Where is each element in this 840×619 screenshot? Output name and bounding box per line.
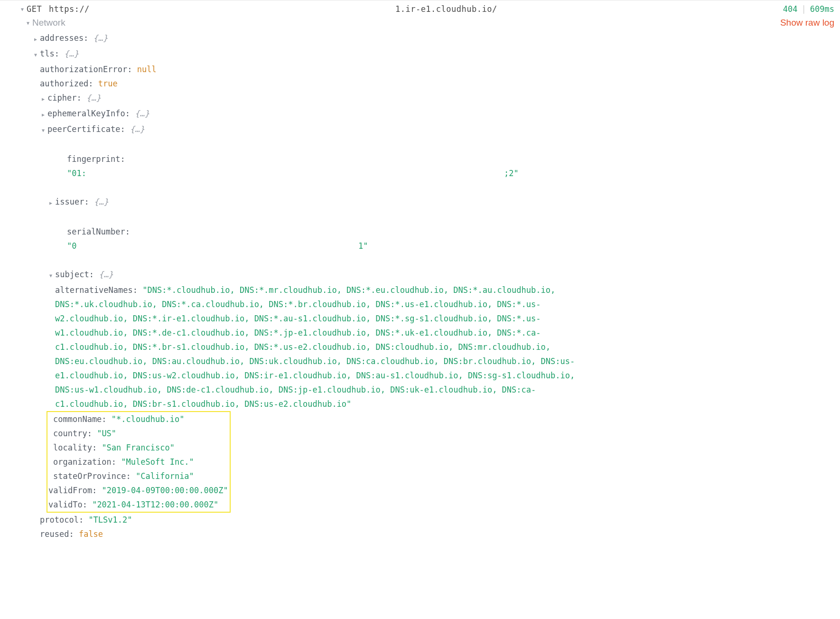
key: authorizationError: bbox=[40, 65, 132, 74]
value: "TLSv1.2" bbox=[88, 515, 132, 525]
key: subject: bbox=[55, 270, 94, 279]
value: "San Francisco" bbox=[102, 443, 175, 452]
placeholder: {…} bbox=[135, 109, 149, 118]
chevron-down-icon[interactable] bbox=[32, 47, 39, 62]
http-method: GET bbox=[27, 4, 42, 14]
value: "DNS:*.cloudhub.io, DNS:*.mr.cloudhub.io… bbox=[55, 285, 575, 409]
key: locality: bbox=[53, 443, 97, 452]
authorizationError-row: authorizationError: null bbox=[0, 62, 834, 76]
show-raw-log-link[interactable]: Show raw log bbox=[780, 18, 834, 28]
network-tree: addresses: {…} tls: {…} authorizationErr… bbox=[0, 31, 840, 546]
cipher-row[interactable]: cipher: {…} bbox=[0, 91, 834, 106]
authorized-row: authorized: true bbox=[0, 76, 834, 91]
expand-network-icon[interactable] bbox=[25, 19, 31, 26]
key: organization: bbox=[53, 457, 116, 467]
request-url: GET https:// 1.ir-e1.cloudhub.io/ bbox=[27, 4, 783, 14]
chevron-right-icon[interactable] bbox=[40, 92, 47, 106]
issuer-row[interactable]: issuer: {…} bbox=[0, 195, 834, 210]
key: protocol: bbox=[40, 515, 84, 525]
tls-row[interactable]: tls: {…} bbox=[0, 47, 834, 62]
placeholder: {…} bbox=[94, 197, 109, 206]
status-divider: | bbox=[802, 4, 806, 14]
key: validTo: bbox=[48, 500, 87, 509]
fingerprint-row: fingerprint: "01: ;2" bbox=[0, 138, 834, 195]
placeholder: {…} bbox=[130, 124, 145, 134]
value: "2021-04-13T12:00:00.000Z" bbox=[92, 500, 218, 509]
response-time: 609ms bbox=[810, 4, 834, 14]
chevron-right-icon[interactable] bbox=[47, 196, 54, 210]
value-b: ;2" bbox=[86, 169, 519, 178]
value: "2019-04-09T00:00:00.000Z" bbox=[102, 486, 228, 495]
reused-row: reused: false bbox=[0, 527, 834, 541]
expand-request-icon[interactable] bbox=[19, 6, 26, 12]
key: tls: bbox=[40, 49, 59, 58]
status-group: 404 | 609ms bbox=[783, 4, 834, 14]
url-host-path: 1.ir-e1.cloudhub.io/ bbox=[90, 4, 497, 14]
stateOrProvince-row: stateOrProvince: "California" bbox=[47, 469, 230, 483]
addresses-row[interactable]: addresses: {…} bbox=[0, 31, 834, 47]
organization-row: organization: "MuleSoft Inc." bbox=[47, 455, 230, 469]
key: alternativeNames: bbox=[55, 285, 138, 295]
locality-row: locality: "San Francisco" bbox=[47, 441, 230, 455]
value: "MuleSoft Inc." bbox=[121, 457, 194, 467]
value: false bbox=[79, 529, 103, 539]
placeholder: {…} bbox=[93, 33, 108, 43]
key: fingerprint: bbox=[67, 154, 125, 164]
peerCertificate-row[interactable]: peerCertificate: {…} bbox=[0, 122, 834, 138]
key: country: bbox=[53, 429, 92, 438]
placeholder: {…} bbox=[86, 93, 101, 103]
placeholder: {…} bbox=[99, 270, 113, 279]
value-a: "0 bbox=[67, 241, 76, 251]
network-section-label[interactable]: Network bbox=[32, 18, 65, 28]
key: serialNumber: bbox=[67, 227, 130, 236]
alternativeNames-row: alternativeNames: "DNS:*.cloudhub.io, DN… bbox=[0, 283, 606, 411]
key: cipher: bbox=[47, 93, 82, 103]
chevron-right-icon[interactable] bbox=[32, 32, 39, 47]
request-header-row: GET https:// 1.ir-e1.cloudhub.io/ 404 | … bbox=[0, 0, 840, 16]
key: authorized: bbox=[40, 79, 93, 88]
key: peerCertificate: bbox=[47, 124, 125, 134]
chevron-down-icon[interactable] bbox=[47, 268, 54, 283]
serialNumber-row: serialNumber: "0 1" bbox=[0, 210, 834, 267]
validFrom-row: validFrom: "2019-04-09T00:00:00.000Z" bbox=[47, 483, 230, 497]
subject-row[interactable]: subject: {…} bbox=[0, 267, 834, 283]
value: "*.cloudhub.io" bbox=[112, 414, 185, 424]
protocol-row: protocol: "TLSv1.2" bbox=[0, 513, 834, 527]
key: commonName: bbox=[53, 414, 107, 424]
key: ephemeralKeyInfo: bbox=[47, 109, 130, 118]
validTo-row: validTo: "2021-04-13T12:00:00.000Z" bbox=[47, 497, 230, 512]
value: "California" bbox=[136, 471, 194, 481]
key: validFrom: bbox=[48, 486, 97, 495]
ephemeralKeyInfo-row[interactable]: ephemeralKeyInfo: {…} bbox=[0, 106, 834, 122]
key: stateOrProvince: bbox=[53, 471, 131, 481]
key: addresses: bbox=[40, 33, 88, 43]
value-a: "01: bbox=[67, 169, 86, 178]
value-b: 1" bbox=[76, 241, 368, 251]
chevron-right-icon[interactable] bbox=[40, 107, 47, 122]
commonName-row: commonName: "*.cloudhub.io" bbox=[47, 412, 230, 426]
value: null bbox=[137, 65, 157, 74]
country-row: country: "US" bbox=[47, 426, 230, 441]
key: reused: bbox=[40, 529, 74, 539]
placeholder: {…} bbox=[64, 49, 79, 58]
value: "US" bbox=[97, 429, 116, 438]
status-code: 404 bbox=[783, 4, 798, 14]
value: true bbox=[98, 79, 118, 88]
chevron-down-icon[interactable] bbox=[40, 123, 47, 138]
url-prefix: https:// bbox=[49, 4, 90, 14]
highlight-region: commonName: "*.cloudhub.io" country: "US… bbox=[47, 411, 231, 513]
key: issuer: bbox=[55, 197, 89, 206]
